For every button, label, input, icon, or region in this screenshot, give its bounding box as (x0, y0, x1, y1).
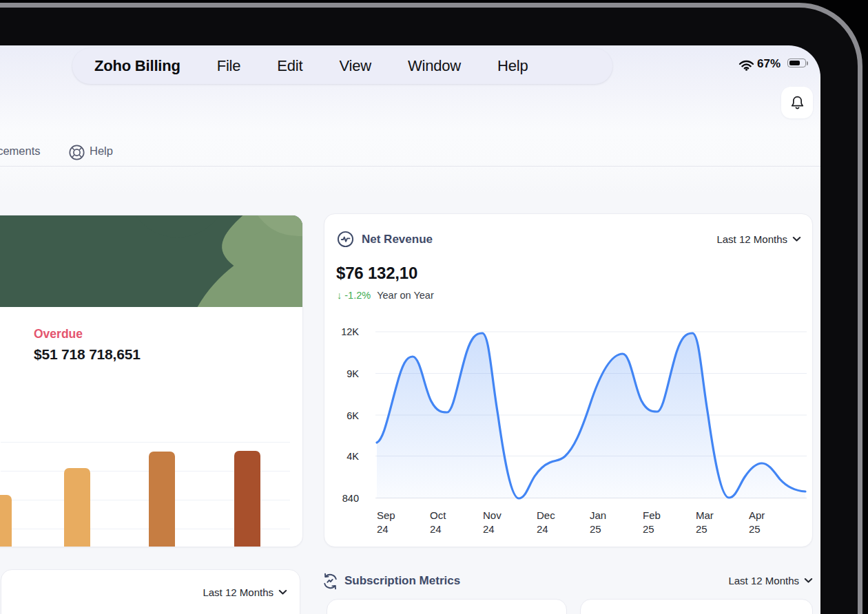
nav-divider (0, 166, 820, 167)
bar->45 (234, 451, 260, 547)
y-tick-label: 6K (328, 410, 359, 421)
battery-icon (787, 59, 806, 67)
x-tick-label: Jan25 (590, 509, 628, 536)
net-revenue-amount: $76 132,10 (336, 264, 417, 283)
net-revenue-range-selector[interactable]: Last 12 Months (716, 233, 801, 245)
menu-item-edit[interactable]: Edit (277, 57, 302, 75)
overdue-amount: $51 718 718,651 (34, 346, 141, 363)
range-label: Last 12 Months (716, 233, 787, 245)
battery-percent: 67% (757, 57, 781, 71)
x-tick-label: Apr25 (749, 509, 787, 536)
subscription-cycle-icon (321, 572, 340, 591)
activity-icon (336, 230, 355, 248)
chevron-down-icon (804, 578, 813, 584)
y-tick-label: 4K (328, 451, 359, 462)
subscription-metric-card (580, 599, 813, 614)
menu-item-file[interactable]: File (217, 57, 241, 75)
menu-bar: Zoho Billing FileEditViewWindowHelp (72, 48, 612, 84)
x-tick-label: Sep24 (377, 509, 415, 536)
overdue-aging-bar-chart: 516-3031-45>45 (1, 430, 290, 547)
card-header-artwork (0, 215, 302, 307)
bar-16-30 (64, 468, 90, 547)
y-tick-label: 9K (328, 368, 359, 379)
y-tick-label: 12K (328, 326, 359, 337)
aging-range-selector[interactable]: Last 12 Months (203, 586, 287, 598)
bell-icon (789, 94, 805, 112)
x-tick-label: Nov24 (483, 509, 521, 536)
battery-nub (807, 61, 809, 65)
range-label: Last 12 Months (728, 575, 799, 586)
gridline (1, 442, 290, 443)
help-buoy-icon (68, 144, 85, 161)
aging-summary-card: Last 12 Months (1, 569, 300, 614)
overdue-card: Overdue $51 718 718,651 516-3031-45>45 (0, 215, 303, 547)
menu-item-view[interactable]: View (339, 57, 371, 75)
wifi-icon (738, 59, 754, 71)
page-background: 67% Zoho Billing FileEditViewWindowHelp … (0, 0, 868, 614)
trend-arrow-and-delta: ↓ -1.2% (337, 290, 371, 301)
x-tick-label: Mar25 (696, 509, 734, 536)
trend-note: Year on Year (377, 290, 434, 301)
subscription-metric-card (327, 599, 567, 614)
x-tick-label: Oct24 (430, 509, 468, 536)
net-revenue-area-chart (373, 314, 809, 510)
nav-item-announcements-fragment[interactable]: ncements (0, 145, 41, 158)
menu-app-name[interactable]: Zoho Billing (94, 57, 180, 75)
menu-item-window[interactable]: Window (408, 57, 461, 75)
net-revenue-trend: ↓ -1.2% Year on Year (337, 290, 434, 301)
battery-fill (789, 61, 800, 65)
overdue-status-label: Overdue (34, 327, 83, 341)
nav-item-help[interactable]: Help (90, 145, 113, 158)
menu-item-help[interactable]: Help (497, 57, 528, 75)
x-tick-label: Dec24 (537, 509, 575, 536)
card-title-net-revenue: Net Revenue (362, 233, 433, 246)
area-fill (377, 333, 805, 498)
subscription-range-selector[interactable]: Last 12 Months (728, 575, 813, 586)
device-screen: 67% Zoho Billing FileEditViewWindowHelp … (0, 45, 820, 614)
chevron-down-icon (792, 236, 801, 242)
bar-31-45 (149, 452, 175, 547)
notifications-button[interactable] (781, 87, 813, 118)
y-tick-label: 840 (328, 493, 359, 504)
chevron-down-icon (278, 589, 287, 595)
x-tick-label: Feb25 (643, 509, 681, 536)
range-label: Last 12 Months (203, 586, 273, 598)
section-title-subscription-metrics: Subscription Metrics (344, 574, 460, 588)
bar-5 (0, 495, 12, 547)
net-revenue-card: Net Revenue Last 12 Months $76 132,10 ↓ … (324, 213, 813, 547)
